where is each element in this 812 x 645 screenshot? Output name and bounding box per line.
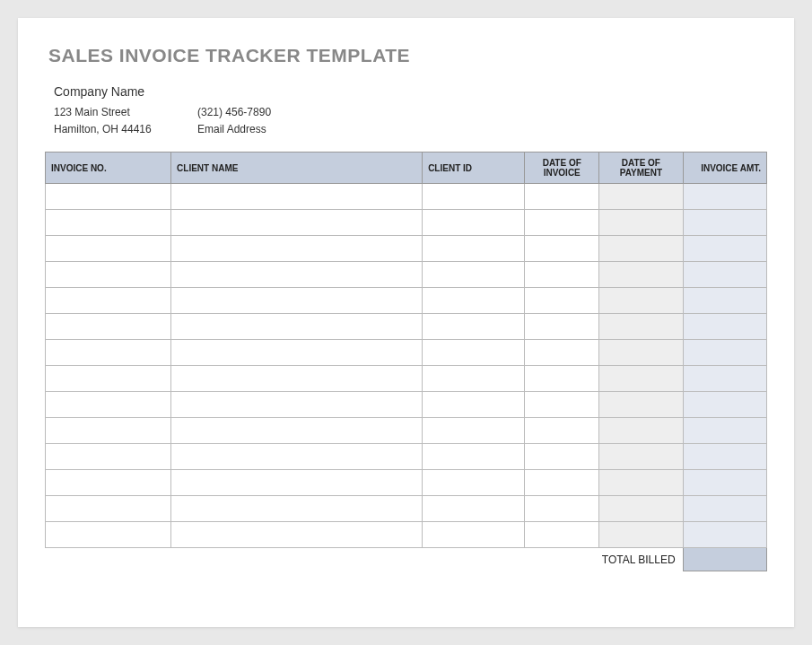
document-title: SALES INVOICE TRACKER TEMPLATE [48, 45, 767, 66]
cell-invoice_no[interactable] [46, 288, 171, 314]
cell-client_id[interactable] [423, 366, 525, 392]
cell-client_id[interactable] [423, 210, 525, 236]
cell-client_name[interactable] [171, 496, 423, 522]
cell-invoice_amt[interactable] [683, 262, 766, 288]
cell-client_id[interactable] [423, 184, 525, 210]
cell-date_invoice[interactable] [525, 366, 599, 392]
cell-date_invoice[interactable] [525, 340, 599, 366]
cell-invoice_amt[interactable] [683, 418, 766, 444]
cell-date_invoice[interactable] [525, 262, 599, 288]
cell-client_id[interactable] [423, 522, 525, 548]
table-header-row: INVOICE NO. CLIENT NAME CLIENT ID DATE O… [46, 153, 767, 184]
cell-invoice_no[interactable] [46, 210, 171, 236]
cell-client_name[interactable] [171, 418, 423, 444]
cell-invoice_amt[interactable] [683, 470, 766, 496]
company-address: 123 Main Street [54, 106, 170, 118]
cell-date_invoice[interactable] [525, 314, 599, 340]
cell-date_payment[interactable] [599, 392, 683, 418]
company-email: Email Address [197, 123, 266, 135]
cell-invoice_no[interactable] [46, 444, 171, 470]
cell-invoice_amt[interactable] [683, 184, 766, 210]
cell-invoice_no[interactable] [46, 340, 171, 366]
cell-client_name[interactable] [171, 210, 423, 236]
cell-client_name[interactable] [171, 444, 423, 470]
cell-invoice_no[interactable] [46, 470, 171, 496]
cell-date_payment[interactable] [599, 288, 683, 314]
cell-invoice_amt[interactable] [683, 236, 766, 262]
header-client-name: CLIENT NAME [171, 153, 423, 184]
cell-date_invoice[interactable] [525, 418, 599, 444]
cell-client_name[interactable] [171, 366, 423, 392]
cell-date_payment[interactable] [599, 262, 683, 288]
cell-invoice_no[interactable] [46, 418, 171, 444]
cell-client_name[interactable] [171, 288, 423, 314]
cell-client_id[interactable] [423, 470, 525, 496]
cell-invoice_amt[interactable] [683, 314, 766, 340]
cell-invoice_no[interactable] [46, 496, 171, 522]
cell-date_invoice[interactable] [525, 392, 599, 418]
cell-date_payment[interactable] [599, 210, 683, 236]
cell-date_invoice[interactable] [525, 496, 599, 522]
table-row [46, 340, 767, 366]
cell-client_name[interactable] [171, 314, 423, 340]
header-invoice-no: INVOICE NO. [46, 153, 171, 184]
cell-date_payment[interactable] [599, 522, 683, 548]
cell-client_id[interactable] [423, 340, 525, 366]
cell-date_payment[interactable] [599, 444, 683, 470]
cell-client_id[interactable] [423, 236, 525, 262]
cell-client_name[interactable] [171, 522, 423, 548]
cell-date_payment[interactable] [599, 366, 683, 392]
cell-date_invoice[interactable] [525, 522, 599, 548]
cell-date_payment[interactable] [599, 496, 683, 522]
table-row [46, 210, 767, 236]
cell-client_id[interactable] [423, 496, 525, 522]
cell-invoice_no[interactable] [46, 392, 171, 418]
table-row [46, 522, 767, 548]
cell-date_payment[interactable] [599, 314, 683, 340]
cell-invoice_no[interactable] [46, 314, 171, 340]
cell-date_invoice[interactable] [525, 444, 599, 470]
cell-invoice_amt[interactable] [683, 496, 766, 522]
cell-invoice_no[interactable] [46, 366, 171, 392]
table-row [46, 236, 767, 262]
cell-invoice_no[interactable] [46, 236, 171, 262]
cell-client_id[interactable] [423, 288, 525, 314]
cell-client_id[interactable] [423, 418, 525, 444]
header-date-payment: DATE OF PAYMENT [599, 153, 683, 184]
cell-invoice_amt[interactable] [683, 522, 766, 548]
cell-client_name[interactable] [171, 236, 423, 262]
cell-invoice_amt[interactable] [683, 444, 766, 470]
cell-client_name[interactable] [171, 470, 423, 496]
cell-date_invoice[interactable] [525, 184, 599, 210]
cell-client_name[interactable] [171, 392, 423, 418]
total-billed-label: TOTAL BILLED [46, 548, 684, 571]
cell-invoice_amt[interactable] [683, 340, 766, 366]
cell-date_invoice[interactable] [525, 236, 599, 262]
cell-client_id[interactable] [423, 444, 525, 470]
cell-date_payment[interactable] [599, 418, 683, 444]
cell-invoice_amt[interactable] [683, 288, 766, 314]
cell-client_id[interactable] [423, 392, 525, 418]
company-address-row: 123 Main Street (321) 456-7890 [54, 106, 767, 118]
company-name: Company Name [54, 84, 767, 99]
cell-client_id[interactable] [423, 314, 525, 340]
cell-date_payment[interactable] [599, 184, 683, 210]
cell-invoice_no[interactable] [46, 522, 171, 548]
cell-date_invoice[interactable] [525, 210, 599, 236]
cell-date_payment[interactable] [599, 236, 683, 262]
cell-invoice_amt[interactable] [683, 366, 766, 392]
cell-client_id[interactable] [423, 262, 525, 288]
cell-client_name[interactable] [171, 262, 423, 288]
cell-invoice_no[interactable] [46, 262, 171, 288]
cell-date_invoice[interactable] [525, 288, 599, 314]
cell-date_payment[interactable] [599, 470, 683, 496]
cell-date_payment[interactable] [599, 340, 683, 366]
cell-invoice_no[interactable] [46, 184, 171, 210]
cell-client_name[interactable] [171, 184, 423, 210]
cell-client_name[interactable] [171, 340, 423, 366]
cell-date_invoice[interactable] [525, 470, 599, 496]
table-row [46, 314, 767, 340]
company-info-section: Company Name 123 Main Street (321) 456-7… [54, 84, 767, 135]
cell-invoice_amt[interactable] [683, 392, 766, 418]
cell-invoice_amt[interactable] [683, 210, 766, 236]
